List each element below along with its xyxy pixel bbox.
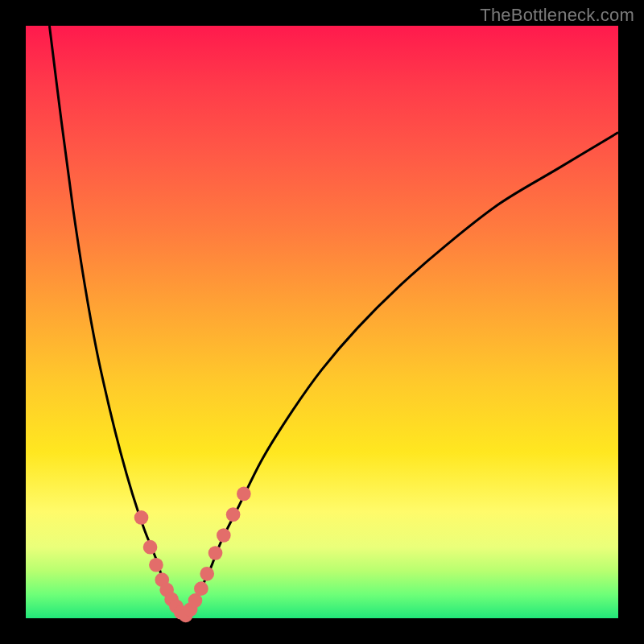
plot-area <box>26 26 618 618</box>
marker-dot <box>194 581 208 596</box>
chart-frame: TheBottleneck.com <box>0 0 644 644</box>
watermark-text: TheBottleneck.com <box>480 5 634 26</box>
marker-dot <box>134 510 149 525</box>
marker-dot <box>200 567 214 581</box>
right-curve <box>186 132 618 615</box>
marker-dot <box>217 528 231 543</box>
marker-dot <box>149 558 163 572</box>
marker-dot <box>143 540 158 555</box>
curve-overlay <box>26 26 618 618</box>
marker-layer <box>134 487 251 623</box>
marker-dot <box>226 507 241 522</box>
marker-dot <box>208 546 223 560</box>
left-curve <box>49 26 185 615</box>
marker-dot <box>237 487 251 502</box>
